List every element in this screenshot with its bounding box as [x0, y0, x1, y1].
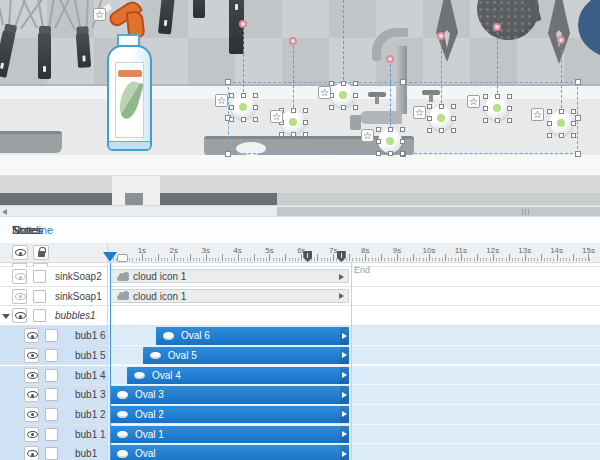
- selection-handle[interactable]: [225, 151, 231, 157]
- star-badge[interactable]: ☆: [467, 95, 480, 108]
- selection-handle[interactable]: [483, 118, 488, 123]
- path-end-marker[interactable]: [239, 20, 247, 28]
- animation-bar-Oval-1[interactable]: Oval 1: [110, 426, 349, 444]
- visibility-toggle[interactable]: [24, 446, 39, 460]
- lock-checkbox[interactable]: [45, 329, 58, 342]
- selection-handle[interactable]: [483, 106, 488, 111]
- playhead[interactable]: [103, 252, 117, 262]
- visibility-toggle[interactable]: [24, 427, 39, 442]
- selection-handle[interactable]: [439, 128, 444, 133]
- selection-handle[interactable]: [427, 116, 432, 121]
- lock-checkbox[interactable]: [45, 447, 58, 460]
- row-track-cell[interactable]: Oval 1: [108, 425, 600, 445]
- selection-handle[interactable]: [451, 128, 456, 133]
- selection-handle[interactable]: [376, 127, 381, 132]
- selection-handle[interactable]: [427, 128, 432, 133]
- row-track-cell[interactable]: Oval 4: [108, 366, 600, 386]
- expand-arrow-icon[interactable]: [342, 451, 347, 457]
- row-name-cell[interactable]: bub1 4: [0, 366, 108, 386]
- selection-handle[interactable]: [376, 151, 381, 156]
- selection-handle[interactable]: [451, 116, 456, 121]
- path-end-marker[interactable]: [289, 37, 297, 45]
- row-track-cell[interactable]: [108, 306, 600, 326]
- row-track-cell[interactable]: Oval 2: [108, 405, 600, 425]
- expand-arrow-icon[interactable]: [342, 333, 347, 339]
- lock-checkbox[interactable]: [45, 408, 58, 421]
- expand-arrow-icon[interactable]: [342, 352, 347, 358]
- expand-arrow-icon[interactable]: [342, 392, 347, 398]
- selection-handle[interactable]: [571, 133, 576, 138]
- row-track-cell[interactable]: Oval 3: [108, 385, 600, 405]
- expand-arrow-icon[interactable]: [342, 372, 347, 378]
- show-hide-all-button[interactable]: [12, 245, 28, 260]
- tab-notes[interactable]: Notes: [12, 224, 41, 236]
- row-name-cell[interactable]: bub1 3: [0, 385, 108, 405]
- animation-bar-Oval-5[interactable]: Oval 5: [143, 347, 349, 365]
- visibility-toggle[interactable]: [24, 387, 39, 402]
- lock-checkbox[interactable]: [33, 290, 46, 303]
- loop-region-icon[interactable]: [117, 254, 128, 262]
- row-name-cell[interactable]: bub1 1: [0, 425, 108, 445]
- selection-handle[interactable]: [229, 117, 234, 122]
- selection-handle[interactable]: [229, 93, 234, 98]
- selection-handle[interactable]: [427, 104, 432, 109]
- bubble-element[interactable]: [549, 111, 573, 135]
- expand-arrow-icon[interactable]: [342, 411, 347, 417]
- selection-handle[interactable]: [575, 115, 581, 121]
- selection-handle[interactable]: [559, 133, 564, 138]
- star-badge[interactable]: ☆: [361, 129, 374, 142]
- selection-handle[interactable]: [575, 79, 581, 85]
- selection-handle[interactable]: [388, 151, 393, 156]
- star-badge[interactable]: ☆: [215, 94, 228, 107]
- star-badge[interactable]: ☆: [531, 108, 544, 121]
- row-track-cell[interactable]: cloud icon 1: [108, 287, 600, 307]
- selection-handle[interactable]: [303, 132, 308, 137]
- stage-horizontal-scrollbar[interactable]: [0, 205, 600, 216]
- selection-handle[interactable]: [353, 81, 358, 86]
- animation-bar-Oval-4[interactable]: Oval 4: [127, 367, 349, 385]
- bubble-element[interactable]: [485, 96, 509, 120]
- selection-handle[interactable]: [329, 81, 334, 86]
- lock-checkbox[interactable]: [33, 270, 46, 283]
- selection-handle[interactable]: [353, 93, 358, 98]
- selection-handle[interactable]: [400, 151, 405, 156]
- animation-bar-cloud-icon-1[interactable]: cloud icon 1: [110, 269, 349, 283]
- selection-handle[interactable]: [388, 127, 393, 132]
- selection-handle[interactable]: [483, 94, 488, 99]
- row-name-cell[interactable]: bub1: [0, 444, 108, 460]
- panel-splitter[interactable]: [107, 243, 108, 460]
- selection-handle[interactable]: [341, 105, 346, 110]
- selection-handle[interactable]: [451, 104, 456, 109]
- selection-handle[interactable]: [571, 109, 576, 114]
- row-name-cell[interactable]: sinkSoap2: [0, 267, 108, 287]
- row-name-cell[interactable]: bub1 6: [0, 326, 108, 346]
- selection-handle[interactable]: [241, 117, 246, 122]
- selection-handle[interactable]: [253, 93, 258, 98]
- animation-bar-Oval[interactable]: Oval: [110, 445, 349, 460]
- selection-handle[interactable]: [329, 105, 334, 110]
- sink-soap-bottle[interactable]: [103, 2, 157, 154]
- visibility-toggle[interactable]: [24, 368, 39, 383]
- selection-handle[interactable]: [547, 121, 552, 126]
- animation-bar-cloud-icon-1[interactable]: cloud icon 1: [110, 289, 349, 303]
- lock-checkbox[interactable]: [45, 388, 58, 401]
- lock-all-button[interactable]: [33, 245, 49, 260]
- selection-handle[interactable]: [303, 108, 308, 113]
- animation-bar-Oval-2[interactable]: Oval 2: [110, 406, 349, 424]
- selection-handle[interactable]: [376, 139, 381, 144]
- selection-handle[interactable]: [400, 127, 405, 132]
- animation-bar-Oval-3[interactable]: Oval 3: [110, 386, 349, 404]
- selection-handle[interactable]: [507, 106, 512, 111]
- playhead-line[interactable]: [110, 263, 111, 460]
- lock-checkbox[interactable]: [45, 369, 58, 382]
- visibility-toggle[interactable]: [12, 308, 27, 323]
- selection-handle[interactable]: [353, 105, 358, 110]
- path-end-marker[interactable]: [557, 36, 565, 44]
- selection-handle[interactable]: [547, 109, 552, 114]
- path-end-marker[interactable]: [386, 55, 394, 63]
- visibility-toggle[interactable]: [24, 328, 39, 343]
- selection-handle[interactable]: [507, 118, 512, 123]
- selection-handle[interactable]: [575, 151, 581, 157]
- selection-handle[interactable]: [253, 105, 258, 110]
- collapse-triangle-icon[interactable]: [2, 314, 10, 319]
